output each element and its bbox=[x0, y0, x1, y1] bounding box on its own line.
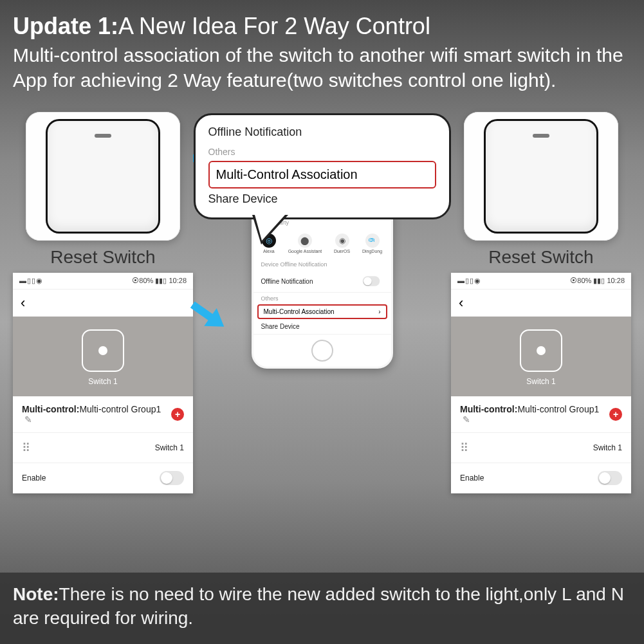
phone-screenshot-right: ▬ ▯ ▯ ◉ ⦿80% ▮▮▯ 10:28 ‹ Switch 1 Multi-… bbox=[451, 273, 631, 493]
assistant-google[interactable]: ⬤Google Assistant bbox=[288, 234, 322, 253]
switch-row[interactable]: ⠿ Switch 1 bbox=[13, 433, 193, 463]
device-button[interactable] bbox=[82, 329, 124, 372]
switch-caption: Reset Switch bbox=[50, 247, 155, 268]
multi-control-row[interactable]: Multi-control:Multi-control Group1 ✎ + bbox=[451, 396, 631, 433]
switch-label: Switch 1 bbox=[593, 443, 622, 452]
status-right: ⦿80% ▮▮▯ 10:28 bbox=[570, 277, 625, 285]
switch-caption: Reset Switch bbox=[488, 247, 593, 268]
list-item[interactable]: Offline Notification bbox=[253, 270, 391, 293]
title: Update 1:A New Idea For 2 Way Control bbox=[13, 13, 631, 40]
wall-switch bbox=[26, 112, 180, 241]
status-icons: ▬ ▯ ▯ ◉ bbox=[19, 277, 42, 285]
status-bar: ▬ ▯ ▯ ◉ ⦿80% ▮▮▯ 10:28 bbox=[13, 273, 193, 290]
device-hero: Switch 1 bbox=[451, 317, 631, 396]
mc-prefix: Multi-control: bbox=[460, 404, 517, 414]
enable-label: Enable bbox=[22, 474, 46, 483]
switch-row[interactable]: ⠿ Switch 1 bbox=[451, 433, 631, 463]
callout-bubble: Offline Notification Others Multi-Contro… bbox=[194, 113, 451, 219]
back-button[interactable]: ‹ bbox=[451, 290, 631, 317]
enable-toggle[interactable] bbox=[598, 471, 622, 485]
status-bar: ▬ ▯ ▯ ◉ ⦿80% ▮▮▯ 10:28 bbox=[451, 273, 631, 290]
phone-screenshot-left: ▬ ▯ ▯ ◉ ⦿80% ▮▮▯ 10:28 ‹ Switch 1 Multi-… bbox=[13, 273, 193, 493]
enable-label: Enable bbox=[460, 474, 484, 483]
main-columns: Reset Switch ▬ ▯ ▯ ◉ ⦿80% ▮▮▯ 10:28 ‹ Sw… bbox=[0, 112, 644, 537]
device-button[interactable] bbox=[520, 329, 562, 372]
drag-icon: ⠿ bbox=[22, 441, 32, 455]
footer-note: Note:There is no need to wire the new ad… bbox=[0, 573, 644, 644]
device-hero: Switch 1 bbox=[13, 317, 193, 396]
status-icons: ▬ ▯ ▯ ◉ bbox=[457, 277, 480, 285]
title-rest: A New Idea For 2 Way Control bbox=[118, 13, 430, 39]
section-label: Device Offline Notification bbox=[253, 259, 391, 270]
callout-highlight[interactable]: Multi-Control Association bbox=[208, 161, 436, 189]
edit-icon[interactable]: ✎ bbox=[24, 414, 32, 425]
subtitle: Multi-control association of the switch … bbox=[13, 42, 631, 93]
switch-rocker bbox=[48, 121, 158, 232]
enable-row: Enable bbox=[13, 463, 193, 493]
row-label: Multi-Control Association bbox=[264, 308, 335, 315]
callout-section: Others bbox=[208, 143, 436, 161]
hand-holding-phone: Offline Notification Others Multi-Contro… bbox=[219, 196, 425, 369]
home-button[interactable] bbox=[311, 340, 333, 362]
mc-group: Multi-control Group1 bbox=[79, 404, 161, 414]
enable-toggle[interactable] bbox=[160, 471, 184, 485]
toggle[interactable] bbox=[362, 276, 380, 286]
device-label: Switch 1 bbox=[526, 377, 555, 386]
chevron-icon: › bbox=[378, 308, 380, 315]
assistant-dueros[interactable]: ◉DuerOS bbox=[334, 234, 350, 253]
row-label: Share Device bbox=[261, 323, 300, 330]
callout-line: Share Device bbox=[208, 189, 436, 210]
mc-prefix: Multi-control: bbox=[22, 404, 79, 414]
header: Update 1:A New Idea For 2 Way Control Mu… bbox=[0, 0, 644, 106]
callout-tail-icon bbox=[252, 215, 288, 244]
status-right: ⦿80% ▮▮▯ 10:28 bbox=[132, 277, 187, 285]
middle-column: Offline Notification Others Multi-Contro… bbox=[213, 112, 432, 369]
note-text: There is no need to wire the new added s… bbox=[13, 584, 624, 627]
row-label: Offline Notification bbox=[261, 278, 313, 285]
device-label: Switch 1 bbox=[88, 377, 117, 386]
mca-row[interactable]: Multi-Control Association› bbox=[257, 304, 387, 319]
right-column: Reset Switch ▬ ▯ ▯ ◉ ⦿80% ▮▮▯ 10:28 ‹ Sw… bbox=[445, 112, 638, 493]
add-icon[interactable]: + bbox=[609, 408, 622, 421]
enable-row: Enable bbox=[451, 463, 631, 493]
title-bold: Update 1: bbox=[13, 13, 118, 39]
drag-icon: ⠿ bbox=[460, 441, 470, 455]
left-column: Reset Switch ▬ ▯ ▯ ◉ ⦿80% ▮▮▯ 10:28 ‹ Sw… bbox=[6, 112, 199, 493]
multi-control-row[interactable]: Multi-control:Multi-control Group1 ✎ + bbox=[13, 396, 193, 433]
edit-icon[interactable]: ✎ bbox=[463, 414, 470, 425]
back-button[interactable]: ‹ bbox=[13, 290, 193, 317]
switch-label: Switch 1 bbox=[155, 443, 184, 452]
add-icon[interactable]: + bbox=[171, 408, 184, 421]
switch-rocker bbox=[486, 121, 596, 232]
note-label: Note: bbox=[13, 584, 59, 604]
assistant-dingdong[interactable]: ෧DingDong bbox=[362, 234, 382, 253]
mc-group: Multi-control Group1 bbox=[517, 404, 599, 414]
section-label: Others bbox=[253, 293, 391, 304]
list-item[interactable]: Share Device bbox=[253, 319, 391, 335]
callout-line: Offline Notification bbox=[208, 122, 436, 143]
wall-switch bbox=[464, 112, 618, 241]
